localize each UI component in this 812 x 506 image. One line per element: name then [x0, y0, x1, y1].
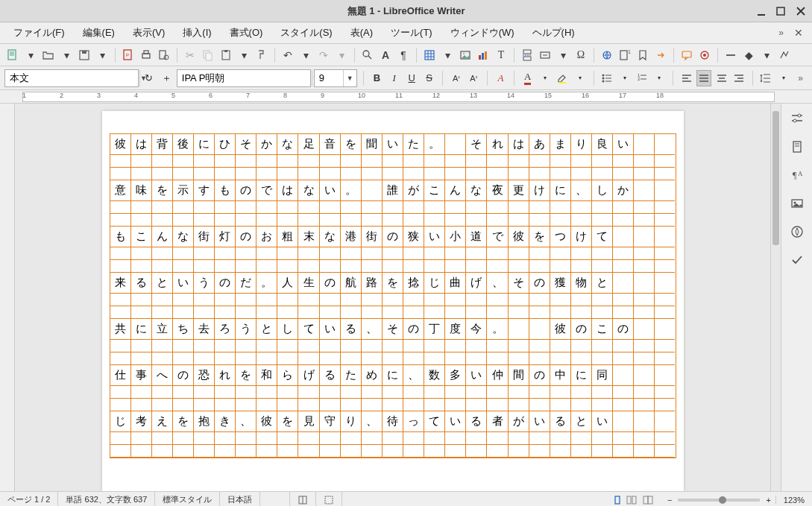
window-close-doc-icon[interactable]: ✕: [791, 27, 806, 39]
paragraph-style-combo[interactable]: ▼: [4, 69, 139, 87]
status-insert-mode[interactable]: [260, 492, 290, 507]
minimize-button[interactable]: [757, 6, 767, 16]
sidebar-properties-icon[interactable]: [788, 110, 806, 127]
sidebar-check-icon[interactable]: [788, 251, 806, 269]
number-drop[interactable]: ▾: [652, 70, 667, 86]
insert-field-button[interactable]: [537, 47, 553, 63]
save-button[interactable]: [76, 47, 92, 63]
export-pdf-button[interactable]: P: [120, 47, 136, 63]
insert-line-button[interactable]: [723, 47, 739, 63]
insert-image-button[interactable]: [457, 47, 473, 63]
paste-button[interactable]: [218, 47, 234, 63]
underline-button[interactable]: U: [404, 70, 418, 86]
new-button[interactable]: [4, 47, 21, 63]
open-drop[interactable]: ▾: [58, 47, 75, 63]
redo-button[interactable]: ↷: [315, 47, 332, 63]
formatting-marks-button[interactable]: ¶: [395, 47, 412, 63]
insert-comment-button[interactable]: [679, 47, 695, 63]
show-draw-functions-button[interactable]: [776, 47, 793, 63]
line-spacing-drop[interactable]: ▾: [776, 70, 790, 86]
field-drop[interactable]: ▾: [555, 47, 571, 63]
status-style[interactable]: 標準スタイル: [155, 492, 220, 507]
track-changes-button[interactable]: [696, 47, 713, 63]
status-words[interactable]: 単語 632、文字数 637: [58, 492, 155, 507]
vertical-ruler[interactable]: [0, 104, 15, 491]
bold-button[interactable]: B: [370, 70, 384, 86]
menu-styles[interactable]: スタイル(S): [273, 23, 339, 42]
print-button[interactable]: [138, 47, 154, 63]
align-right-button[interactable]: [731, 70, 746, 86]
insert-footnote-button[interactable]: 1: [617, 47, 633, 63]
insert-bookmark-button[interactable]: [635, 47, 651, 63]
single-page-view-icon[interactable]: [612, 495, 623, 505]
table-drop[interactable]: ▾: [439, 47, 456, 63]
menu-window[interactable]: ウィンドウ(W): [443, 23, 522, 42]
new-template-button[interactable]: ▾: [22, 47, 39, 63]
superscript-button[interactable]: A²: [449, 70, 463, 86]
maximize-button[interactable]: [776, 6, 787, 16]
basic-shapes-button[interactable]: ◆: [740, 47, 757, 63]
redo-drop[interactable]: ▾: [333, 47, 350, 63]
line-spacing-button[interactable]: [759, 70, 773, 86]
font-size-input[interactable]: [315, 70, 343, 86]
menu-edit[interactable]: 編集(E): [75, 23, 122, 42]
sidebar-gallery-icon[interactable]: [788, 195, 806, 212]
strikethrough-button[interactable]: S: [422, 70, 436, 86]
font-name-combo[interactable]: ▼: [177, 69, 311, 87]
insert-cross-ref-button[interactable]: [652, 47, 669, 63]
status-page[interactable]: ページ 1 / 2: [0, 492, 58, 507]
menu-view[interactable]: 表示(V): [125, 23, 172, 42]
highlight-button[interactable]: [556, 70, 570, 86]
shapes-drop[interactable]: ▾: [758, 47, 775, 63]
update-style-button[interactable]: ↻: [142, 70, 156, 86]
undo-drop[interactable]: ▾: [298, 47, 314, 63]
align-center-button[interactable]: [714, 70, 728, 86]
menu-table[interactable]: 表(A): [343, 23, 380, 42]
align-left-button[interactable]: [679, 70, 693, 86]
menu-file[interactable]: ファイル(F): [6, 23, 72, 42]
spellcheck-button[interactable]: A: [377, 47, 394, 63]
zoom-out-button[interactable]: −: [667, 496, 672, 505]
open-button[interactable]: [40, 47, 57, 63]
insert-special-char-button[interactable]: Ω: [573, 47, 589, 63]
status-selection-mode[interactable]: [290, 492, 316, 507]
find-button[interactable]: [359, 47, 376, 63]
number-list-button[interactable]: 12: [635, 70, 649, 86]
copy-button[interactable]: [200, 47, 216, 63]
clear-format-button[interactable]: A: [494, 70, 508, 86]
status-signature[interactable]: [316, 492, 342, 507]
sidebar-page-icon[interactable]: [788, 138, 806, 156]
undo-button[interactable]: ↶: [280, 47, 296, 63]
save-drop[interactable]: ▾: [94, 47, 110, 63]
fmtbar-overflow-icon[interactable]: »: [793, 73, 808, 83]
zoom-in-button[interactable]: +: [766, 496, 770, 505]
status-language[interactable]: 日本語: [220, 492, 260, 507]
scrollbar-thumb[interactable]: [772, 111, 779, 245]
insert-chart-button[interactable]: [475, 47, 491, 63]
zoom-slider[interactable]: [678, 499, 760, 502]
horizontal-ruler[interactable]: 123456789101112131415161718: [0, 90, 812, 104]
insert-table-button[interactable]: [421, 47, 438, 63]
menubar-overflow-icon[interactable]: »: [774, 28, 788, 38]
zoom-slider-knob[interactable]: [719, 496, 726, 504]
menu-insert[interactable]: 挿入(I): [175, 23, 218, 42]
insert-hyperlink-button[interactable]: [599, 47, 615, 63]
paragraph-style-input[interactable]: [5, 70, 139, 86]
bullet-drop[interactable]: ▾: [617, 70, 632, 86]
bullet-list-button[interactable]: [599, 70, 614, 86]
subscript-button[interactable]: A²: [466, 70, 480, 86]
insert-pagebreak-button[interactable]: [519, 47, 535, 63]
sidebar-navigator-icon[interactable]: [788, 223, 806, 241]
book-view-icon[interactable]: [642, 495, 655, 505]
document-view[interactable]: 彼は背後にひそかな足音を聞いた。それはあまり良い意味を示すものではない。誰がこん…: [15, 104, 770, 491]
font-name-input[interactable]: [177, 70, 312, 86]
font-color-drop[interactable]: ▾: [538, 70, 552, 86]
insert-textbox-button[interactable]: T: [493, 47, 509, 63]
print-preview-button[interactable]: [156, 47, 172, 63]
align-justify-button[interactable]: [696, 70, 711, 86]
sidebar-styles-icon[interactable]: ¶A: [788, 166, 806, 184]
font-size-combo[interactable]: ▼: [314, 69, 357, 87]
menu-tools[interactable]: ツール(T): [383, 23, 440, 42]
font-color-button[interactable]: A: [520, 70, 535, 86]
vertical-scrollbar[interactable]: [770, 104, 781, 491]
